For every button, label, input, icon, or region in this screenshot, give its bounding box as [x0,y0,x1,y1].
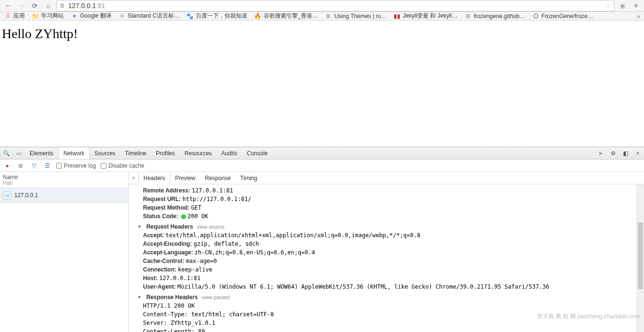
tab-elements[interactable]: Elements [25,147,58,159]
header-line: HTTP/1.1 200 OK [137,302,644,310]
response-headers-section: Response Headers view parsed HTTP/1.1 20… [137,293,644,332]
header-line: Content-Type: text/html; charset=UTF-8 [137,310,644,319]
preserve-log-checkbox[interactable]: Preserve log [56,162,96,169]
bookmark-label: Google 翻译 [80,12,112,20]
header-row: Cache-Control: max-age=0 [137,257,644,265]
tab-timeline[interactable]: Timeline [120,147,151,159]
browser-toolbar: ← → ⟳ ⌂ 🗎 127.0.0.1:81 ☆ ◉ ≡ [0,0,644,12]
bookmark-label: 谷歌搜索引擎_香港… [264,12,318,20]
bookmark-star-icon[interactable]: ☆ [605,2,611,10]
document-icon: <> [3,191,11,200]
favicon-icon: 🗎 [464,12,472,20]
url-text: 127.0.0.1:81 [68,2,602,10]
bookmark-label: frozengene.github… [474,13,525,20]
favicon-icon: ▮▮ [393,12,401,20]
devtools-body: Name Path <> 127.0.0.1 × HeadersPreviewR… [0,172,644,332]
favicon-icon: ⠿ [4,12,11,20]
bookmark-label: 百度一下，你就知道 [196,12,247,20]
forward-button[interactable]: → [16,0,27,11]
favicon-icon: 🗎 [325,12,332,20]
disable-cache-checkbox[interactable]: Disable cache [101,162,144,169]
general-request-url: Request URL: http://127.0.0.1:81/ [137,195,644,203]
devtools-tabs: 🔍 ▭ ElementsNetworkSourcesTimelineProfil… [0,147,644,160]
bookmark-label: FrozenGene/froze… [542,13,593,20]
bookmark-item[interactable]: 🗎frozengene.github… [464,12,525,20]
detail-tab-timing[interactable]: Timing [235,172,262,184]
network-toolbar: ● ⊘ ▽ ☰ Preserve log Disable cache [0,160,644,172]
tab-sources[interactable]: Sources [90,147,120,159]
reload-button[interactable]: ⟳ [30,0,40,11]
bookmark-item[interactable]: ▮▮Jekyll变量 和 Jekyll… [393,12,458,20]
header-row: Host: 127.0.0.1:81 [137,274,644,282]
header-row: Accept-Encoding: gzip, deflate, sdch [137,240,644,248]
device-icon[interactable]: ▭ [12,147,25,159]
bookmarks-overflow-icon[interactable]: » [636,12,640,20]
tab-console[interactable]: Console [242,147,273,159]
request-headers-section: Request Headers view source Accept: text… [137,222,644,291]
request-headers-toggle[interactable]: Request Headers view source [137,222,644,231]
request-row[interactable]: <> 127.0.0.1 [0,188,128,203]
tab-audits[interactable]: Audits [216,147,242,159]
status-dot-icon [181,214,186,219]
header-row: Accept-Language: zh-CN,zh;q=0.8,en-US;q=… [137,248,644,257]
dock-icon[interactable]: ◧ [619,147,632,159]
favicon-icon: 🐾 [186,12,194,20]
bookmark-label: 学习网站 [41,12,64,20]
clear-button[interactable]: ⊘ [16,161,25,170]
header-row: Connection: keep-alive [137,265,644,274]
favicon-icon: 📁 [31,12,39,20]
bookmark-item[interactable]: 📁学习网站 [31,12,64,20]
tab-network[interactable]: Network [58,147,90,159]
filter-icon[interactable]: ▽ [30,161,38,170]
home-button[interactable]: ⌂ [43,0,53,11]
close-devtools-icon[interactable]: × [632,147,644,159]
bookmark-item[interactable]: 🐾百度一下，你就知道 [186,12,247,20]
view-icon[interactable]: ☰ [43,161,51,170]
general-remote-address: Remote Address: 127.0.0.1:81 [137,186,644,195]
bookmark-label: Using Themes | ru… [334,13,387,20]
bookmark-item[interactable]: ⎔FrozenGene/froze… [532,12,593,20]
detail-tab-response[interactable]: Response [200,172,235,184]
devtools-panel: 🔍 ▭ ElementsNetworkSourcesTimelineProfil… [0,147,644,332]
close-detail-icon[interactable]: × [129,172,138,184]
favicon-icon: ✳ [118,12,126,20]
header-row: User-Agent: Mozilla/5.0 (Windows NT 6.1;… [137,282,644,291]
column-header[interactable]: Name Path [0,172,128,188]
header-line: Server: ZYhttp_v1.0.1 [137,319,644,327]
bookmark-item[interactable]: ✳Standard C语言标… [118,12,180,20]
favicon-icon: 🔥 [254,12,262,20]
bookmarks-bar: ⠿应用📁学习网站✦Google 翻译✳Standard C语言标…🐾百度一下，你… [0,12,644,20]
tab-profiles[interactable]: Profiles [151,147,180,159]
address-bar[interactable]: 🗎 127.0.0.1:81 ☆ [56,0,614,11]
response-headers-toggle[interactable]: Response Headers view parsed [137,293,644,302]
vertical-scrollbar[interactable] [636,184,644,332]
page-icon: 🗎 [60,2,65,9]
bookmark-label: 应用 [13,12,25,20]
detail-tab-headers[interactable]: Headers [138,172,170,184]
favicon-icon: ⎔ [532,12,540,20]
header-row: Accept: text/html,application/xhtml+xml,… [137,231,644,240]
bookmark-label: Standard C语言标… [128,12,180,20]
settings-gear-icon[interactable]: ⚙ [607,147,619,159]
record-button[interactable]: ● [3,161,11,170]
page-body: Hello ZYhttp! [0,20,644,147]
detail-tab-preview[interactable]: Preview [170,172,200,184]
bookmark-item[interactable]: 🗎Using Themes | ru… [325,12,387,20]
general-status-code: Status Code: 200 OK [137,212,644,221]
bookmark-label: Jekyll变量 和 Jekyll… [403,12,458,20]
drawer-icon[interactable]: ≻ [594,147,607,159]
detail-body: Remote Address: 127.0.0.1:81 Request URL… [129,184,644,332]
bookmark-item[interactable]: ✦Google 翻译 [71,12,112,20]
detail-tabs: × HeadersPreviewResponseTiming [129,172,644,184]
bookmark-item[interactable]: ⠿应用 [4,12,25,20]
hamburger-menu-icon[interactable]: ≡ [631,0,641,11]
back-button[interactable]: ← [3,0,13,11]
general-request-method: Request Method: GET [137,203,644,212]
inspect-icon[interactable]: 🔍 [0,147,12,159]
favicon-icon: ✦ [71,12,78,20]
bookmark-item[interactable]: 🔥谷歌搜索引擎_香港… [254,12,318,20]
tab-resources[interactable]: Resources [180,147,216,159]
page-text: Hello ZYhttp! [2,26,78,41]
header-line: Content-Length: 89 [137,327,644,332]
globe-icon[interactable]: ◉ [617,0,628,11]
